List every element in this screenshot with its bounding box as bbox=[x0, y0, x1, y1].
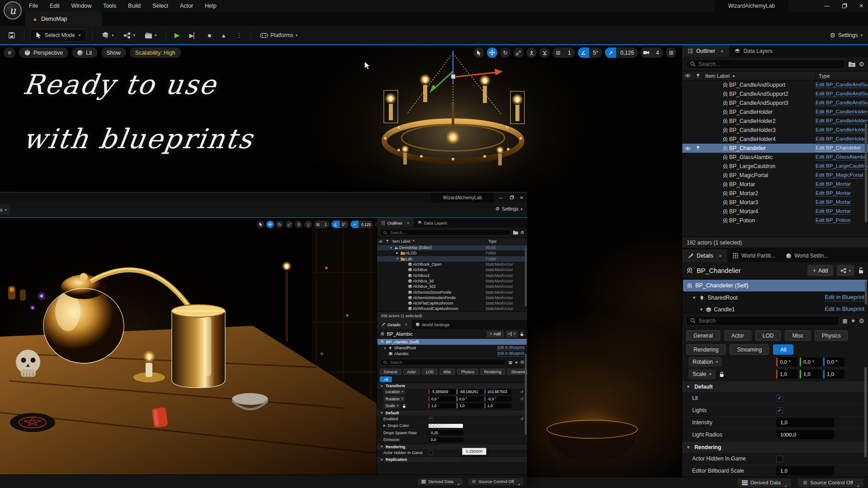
close-button[interactable]: ✕ bbox=[859, 3, 863, 9]
minimize-button[interactable]: — bbox=[824, 3, 830, 9]
select-tool-button[interactable] bbox=[474, 47, 484, 58]
play-button[interactable]: ▶ bbox=[172, 29, 183, 41]
show-dropdown[interactable]: Show bbox=[101, 47, 126, 58]
filter-chip[interactable]: Actor bbox=[403, 369, 420, 375]
filter-chip[interactable]: Rendering bbox=[686, 344, 726, 355]
outliner-scrollbar[interactable] bbox=[865, 124, 867, 222]
grid-snap-value[interactable]: 1 bbox=[564, 47, 575, 58]
scale-snap-value[interactable]: 0,125 bbox=[616, 47, 638, 58]
favorites-star-icon[interactable]: ★ bbox=[514, 360, 518, 365]
drops-color-swatch[interactable] bbox=[429, 424, 463, 428]
camera-speed-value[interactable]: 4 bbox=[652, 47, 663, 58]
outliner-row[interactable]: AlchBox StaticMeshActor bbox=[377, 267, 527, 272]
tab-outliner[interactable]: Outliner ✕ bbox=[682, 45, 729, 57]
lit-checkbox[interactable] bbox=[776, 395, 783, 402]
close-tab-icon[interactable]: ✕ bbox=[406, 221, 410, 225]
outliner-settings-icon[interactable]: ⚙ bbox=[859, 61, 864, 68]
outliner-row[interactable]: BP_CandleHolder3 Edit BP_CandleHolder3 bbox=[682, 126, 868, 135]
location-y-field[interactable]: -88,188261 bbox=[457, 389, 484, 394]
component-row-sharedroot[interactable]: ▼ SharedRoot Edit in Blueprint bbox=[377, 345, 527, 351]
menu-item[interactable]: Edit bbox=[50, 3, 60, 9]
tab-outliner[interactable]: Outliner ✕ bbox=[377, 218, 414, 227]
scale-snap-group[interactable]: ↗0,125 bbox=[350, 221, 373, 228]
outliner-row[interactable]: ▼ DemoMap (Editor) World bbox=[377, 245, 527, 250]
new-folder-icon[interactable] bbox=[513, 230, 518, 235]
nested-details-search-input[interactable]: Search bbox=[380, 359, 506, 366]
component-row-self[interactable]: BP_Chandelier (Self) bbox=[683, 280, 867, 291]
location-dropdown[interactable]: Location▾ bbox=[383, 389, 406, 394]
rotation-x-field[interactable]: 0,0 ° bbox=[776, 357, 797, 366]
scalability-pill[interactable]: Scalability: High bbox=[130, 47, 181, 58]
outliner-row[interactable]: BP_Mortar3 Edit BP_Mortar bbox=[682, 198, 868, 207]
grid-snap-group[interactable]: ⊞ 1 bbox=[552, 47, 575, 58]
scale-dropdown[interactable]: Scale▾ bbox=[689, 369, 716, 379]
replication-section-header[interactable]: ▼Replication bbox=[377, 456, 527, 462]
grid-snap-icon[interactable]: ⊞ bbox=[552, 47, 564, 58]
actor-hidden-checkbox[interactable] bbox=[776, 455, 783, 462]
filter-chip[interactable]: Streaming bbox=[507, 369, 527, 375]
scale-tool-button[interactable] bbox=[513, 47, 524, 58]
component-row-alambic[interactable]: Alambic Edit in Blueprint bbox=[377, 351, 527, 357]
outliner-row[interactable]: BP_MagicPortal Edit BP_MagicPortal bbox=[682, 171, 868, 180]
outliner-row[interactable]: AlchemistWoodenPestle StaticMeshActor bbox=[377, 295, 527, 300]
pin-column-icon[interactable] bbox=[693, 73, 703, 79]
reset-enabled-icon[interactable]: ↺ bbox=[520, 417, 524, 421]
drops-spawn-rate-field[interactable]: 0,25 bbox=[429, 430, 464, 435]
filter-chip[interactable]: General bbox=[686, 330, 720, 341]
filter-chip[interactable]: Physics bbox=[457, 369, 478, 375]
intensity-field[interactable]: 1,0 bbox=[776, 418, 834, 427]
settings-dropdown[interactable]: ⚙ Settings ▾ bbox=[830, 32, 863, 39]
reset-rotation-icon[interactable]: ↺ bbox=[520, 397, 524, 401]
add-component-button[interactable]: +Add bbox=[486, 331, 504, 338]
filter-chip[interactable]: Streaming bbox=[730, 344, 769, 355]
select-mode-dropdown[interactable]: Select Mode ▾ bbox=[30, 29, 86, 42]
viewport-options-menu[interactable]: ≡ bbox=[4, 47, 15, 58]
filter-chip[interactable]: Actor bbox=[724, 330, 751, 341]
maximize-viewport-button[interactable]: ⊞ bbox=[666, 47, 676, 58]
scale-z-field[interactable]: 1,0 bbox=[485, 403, 512, 408]
outliner-row[interactable]: AlchBook_Open StaticMeshActor bbox=[377, 262, 527, 267]
rotation-dropdown[interactable]: Rotation▾ bbox=[383, 396, 405, 402]
favorites-star-icon[interactable]: ★ bbox=[851, 318, 856, 324]
column-type[interactable]: Type bbox=[816, 73, 868, 79]
outliner-row[interactable]: BP_CandleAndSupport2 Edit BP_CandleAndSu… bbox=[682, 89, 868, 99]
restore-button[interactable] bbox=[842, 4, 846, 8]
nested-settings-dropdown[interactable]: ⚙Settings▾ bbox=[495, 206, 523, 212]
tab-data-layers[interactable]: Data Layers bbox=[414, 218, 451, 227]
tab-data-layers[interactable]: Data Layers bbox=[729, 45, 778, 57]
filter-chip[interactable]: LOD bbox=[755, 330, 781, 341]
angle-snap-value[interactable]: 5° bbox=[589, 47, 602, 58]
nested-outliner-search-input[interactable]: Search... bbox=[380, 229, 511, 236]
angle-snap-icon[interactable]: ∠ bbox=[578, 47, 589, 58]
tab-world-settings[interactable]: World Settings bbox=[412, 320, 454, 329]
scale-lock-icon[interactable] bbox=[402, 404, 406, 408]
world-coordinate-button[interactable] bbox=[526, 47, 537, 58]
tab-demomap[interactable]: ▲ DemoMap bbox=[25, 12, 102, 26]
light-radius-field[interactable]: 1000,0 bbox=[776, 430, 834, 439]
rendering-section-header[interactable]: ▼Rendering bbox=[377, 444, 527, 450]
scale-y-field[interactable]: 1,0 bbox=[800, 370, 821, 379]
default-section-header[interactable]: ▼Default bbox=[377, 410, 527, 416]
close-tab-icon[interactable]: ✕ bbox=[405, 323, 408, 327]
menu-item[interactable]: Build bbox=[128, 3, 141, 9]
scale-x-field[interactable]: 1,0 bbox=[429, 403, 456, 408]
camera-speed-group[interactable]: 4 bbox=[641, 47, 663, 58]
outliner-row[interactable]: BP_Mortar4 Edit BP_Mortar bbox=[682, 207, 868, 216]
visibility-column-eye-icon[interactable] bbox=[682, 74, 693, 78]
outliner-search-input[interactable]: Search... bbox=[686, 59, 845, 69]
new-folder-icon[interactable]: + bbox=[849, 61, 855, 67]
move-tool-button[interactable] bbox=[266, 221, 274, 228]
eject-button[interactable]: ▲ bbox=[218, 29, 229, 41]
outliner-row[interactable]: BP_CandleHolder2 Edit BP_CandleHolder2 bbox=[682, 117, 868, 126]
outliner-row[interactable]: AlchBox_lid StaticMeshActor bbox=[377, 278, 527, 284]
details-scrollbar[interactable] bbox=[864, 367, 867, 457]
play-options-kebab[interactable]: ⋮ bbox=[233, 29, 245, 41]
component-row-candle1[interactable]: ▼ Candle1 Edit in Blueprint bbox=[682, 304, 868, 313]
save-button[interactable] bbox=[5, 29, 18, 41]
outliner-row[interactable]: ▶ HLOD Folder bbox=[377, 250, 527, 256]
blueprints-dropdown[interactable]: ▾ bbox=[121, 29, 138, 41]
nested-outliner-scrollbar[interactable] bbox=[525, 248, 527, 306]
select-tool-button[interactable] bbox=[257, 221, 264, 228]
visibility-column-eye-icon[interactable] bbox=[377, 240, 384, 243]
pin-icon[interactable] bbox=[693, 145, 703, 151]
